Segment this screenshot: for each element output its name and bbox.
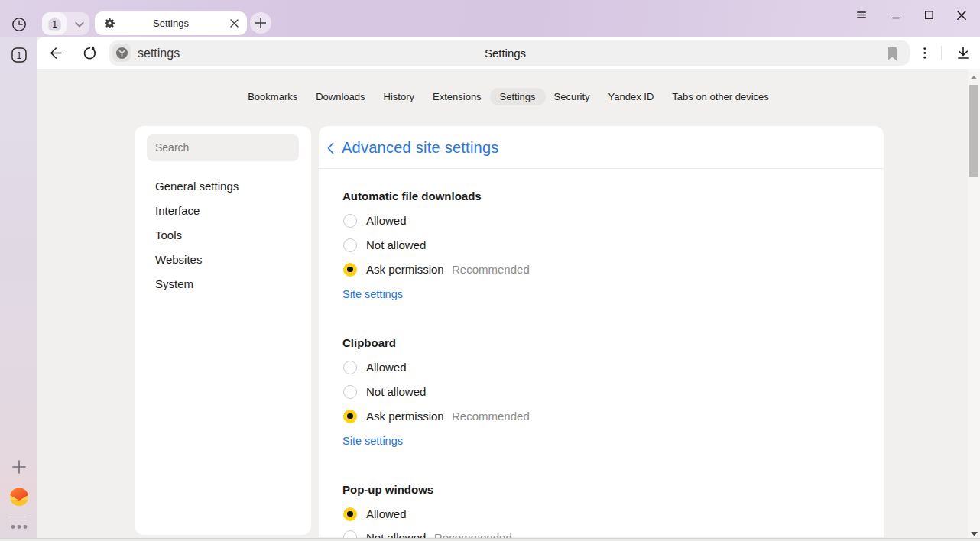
svg-text:1: 1	[17, 50, 22, 61]
svg-text:1: 1	[52, 18, 57, 29]
